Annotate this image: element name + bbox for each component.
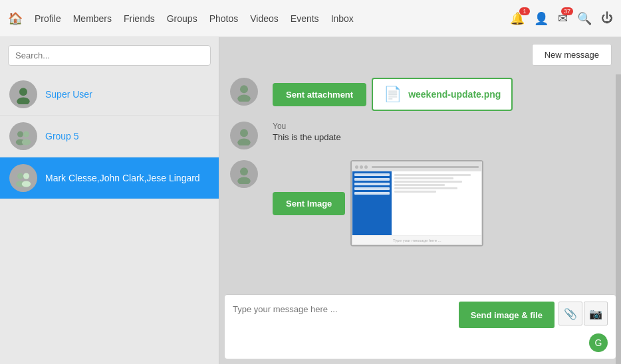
home-icon[interactable]: 🏠 <box>8 11 23 26</box>
message-row-0: Sent attachment 📄 weekend-update.png <box>230 78 610 111</box>
grammar-check-button[interactable]: G <box>589 333 608 352</box>
contact-name-superuser: Super User <box>45 89 92 100</box>
attachment-icon-button[interactable]: 📎 <box>559 302 582 325</box>
mail-icon-wrap[interactable]: ✉ 37 <box>558 11 568 26</box>
send-image-file-button[interactable]: Send image & file <box>459 302 555 328</box>
chat-input-area: Send image & file 📎 📷 G <box>225 294 616 359</box>
svg-point-5 <box>22 139 31 145</box>
contact-item-superuser[interactable]: Super User <box>0 74 219 116</box>
top-navigation: 🏠 Profile Members Friends Groups Photos … <box>0 0 621 37</box>
avatar-superuser <box>9 80 37 108</box>
thumb-footer-text: Type your message here ... <box>393 238 441 242</box>
message-input[interactable] <box>233 302 455 328</box>
chat-topbar: New message <box>219 37 621 72</box>
svg-point-11 <box>237 95 251 102</box>
msg-text-1: This is the update <box>273 132 341 142</box>
svg-point-1 <box>17 98 30 105</box>
contact-item-group5[interactable]: Group 5 <box>0 116 219 157</box>
nav-inbox[interactable]: Inbox <box>331 13 354 24</box>
search-icon[interactable]: 🔍 <box>577 11 592 26</box>
chat-messages: Sent attachment 📄 weekend-update.png <box>219 72 621 289</box>
svg-point-3 <box>23 132 29 137</box>
attachment-box: 📄 weekend-update.png <box>372 78 513 111</box>
main-layout: Super User Group 5 <box>0 37 621 364</box>
msg-author-1: You <box>273 122 341 131</box>
mail-badge: 37 <box>561 7 573 15</box>
search-input[interactable] <box>8 45 211 66</box>
svg-point-10 <box>240 85 248 93</box>
avatar-group-active <box>9 164 37 192</box>
message-row-2: Sent Image <box>230 160 610 246</box>
sent-image-bubble: Sent Image <box>273 192 345 215</box>
contact-item-group-active[interactable]: Mark Clesse,John Clark,Jese Lingard <box>0 157 219 199</box>
attachment-filename: weekend-update.png <box>408 89 501 100</box>
contact-name-group5: Group 5 <box>45 131 79 141</box>
svg-point-9 <box>22 181 31 187</box>
icon-buttons: 📎 📷 <box>559 302 608 328</box>
svg-point-14 <box>240 167 248 175</box>
svg-point-12 <box>240 129 248 137</box>
chat-area: New message Sent attachment 📄 weekend-up… <box>219 37 621 364</box>
search-wrap <box>0 37 219 74</box>
contact-list: Super User Group 5 <box>0 74 219 364</box>
svg-point-2 <box>17 132 23 137</box>
scrollbar[interactable] <box>616 74 621 364</box>
nav-events[interactable]: Events <box>291 13 319 24</box>
bell-badge: 1 <box>519 7 530 15</box>
nav-friends[interactable]: Friends <box>124 13 155 24</box>
avatar-sender-0 <box>230 78 258 106</box>
nav-groups[interactable]: Groups <box>167 13 197 24</box>
message-row-1: You This is the update <box>230 122 610 149</box>
svg-point-13 <box>237 139 251 146</box>
input-row: Send image & file 📎 📷 <box>233 302 608 328</box>
sidebar: Super User Group 5 <box>0 37 219 364</box>
sent-attachment-bubble: Sent attachment <box>273 83 366 106</box>
contact-name-group-active: Mark Clesse,John Clark,Jese Lingard <box>45 173 200 183</box>
svg-point-7 <box>23 173 29 179</box>
avatar-group5 <box>9 122 37 150</box>
file-icon: 📄 <box>384 86 402 103</box>
svg-point-6 <box>17 173 23 179</box>
svg-point-15 <box>237 177 251 185</box>
new-message-button[interactable]: New message <box>532 44 612 66</box>
camera-icon-button[interactable]: 📷 <box>584 302 608 325</box>
nav-videos[interactable]: Videos <box>250 13 279 24</box>
svg-point-0 <box>19 88 27 96</box>
power-button[interactable]: ⏻ <box>601 11 613 25</box>
sent-image-thumbnail: Type your message here ... <box>350 160 483 246</box>
person-icon[interactable]: 👤 <box>534 11 549 26</box>
avatar-sender-2 <box>230 160 258 188</box>
nav-photos[interactable]: Photos <box>209 13 239 24</box>
nav-profile[interactable]: Profile <box>35 13 61 24</box>
avatar-sender-1 <box>230 122 258 149</box>
nav-members[interactable]: Members <box>73 13 112 24</box>
notifications-bell[interactable]: 🔔 1 <box>510 11 525 26</box>
thumb-topbar <box>352 162 481 171</box>
